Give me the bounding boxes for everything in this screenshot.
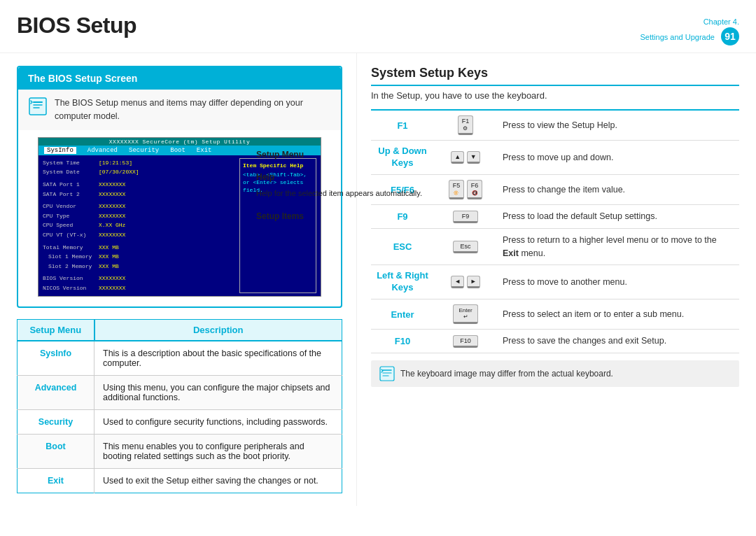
table-cell-desc: Used to configure security functions, in… [94, 409, 342, 434]
key-icon-cell: ◄ ► [434, 265, 497, 299]
key-name-cell: F10 [371, 330, 434, 353]
table-col-menu: Setup Menu [18, 319, 94, 341]
left-column: The BIOS Setup Screen The BIOS Setup men… [0, 53, 357, 505]
keys-table-row: EnterEnter↵Press to select an item or to… [371, 299, 739, 330]
key-icon-cell: F9 [434, 205, 497, 229]
table-cell-desc: This is a description about the basic sp… [94, 341, 342, 376]
f6-key-btn: F6🔇 [467, 180, 483, 199]
table-cell-desc: Using this menu, you can configure the m… [94, 375, 342, 409]
keys-table-row: F5/F6F5🔅 F6🔇Press to change the item val… [371, 175, 739, 205]
f1-key-btn: F1⚙ [458, 115, 474, 135]
keys-table: F1F1⚙Press to view the Setup Help.Up & D… [371, 109, 739, 353]
svg-rect-1 [380, 367, 394, 381]
f10-key-btn: F10 [453, 335, 478, 348]
chapter-label: Chapter 4. [704, 17, 739, 26]
key-desc-cell: Press to load the default Setup settings… [497, 205, 739, 229]
table-cell-menu: SysInfo [18, 341, 94, 376]
table-row: BootThis menu enables you to configure p… [18, 434, 342, 468]
down-key-btn: ▼ [467, 151, 480, 164]
bios-note: The BIOS Setup menus and items may diffe… [18, 90, 341, 130]
enter-key-btn: Enter↵ [453, 304, 478, 324]
keys-table-row: F9F9Press to load the default Setup sett… [371, 205, 739, 229]
note-icon [28, 97, 48, 116]
keys-table-row: Left & Right Keys◄ ►Press to move to ano… [371, 265, 739, 299]
table-row: ExitUsed to exit the Setup either saving… [18, 468, 342, 493]
bios-items-list: System Time[19:21:53] System Date[07/30/… [43, 158, 239, 293]
bottom-note-text: The keyboard image may differ from the a… [400, 369, 613, 379]
key-name-cell: ESC [371, 228, 434, 265]
chapter-info: Chapter 4. Settings and Upgrade 91 [640, 13, 739, 45]
main-content: The BIOS Setup Screen The BIOS Setup men… [0, 53, 756, 505]
key-icon-cell: F1⚙ [434, 110, 497, 141]
page-number: 91 [721, 27, 739, 45]
bottom-note-icon [379, 366, 395, 381]
bios-menu-advanced: Advanced [88, 147, 118, 154]
f9-key-btn: F9 [453, 211, 478, 223]
key-desc-cell: Press to move to another menu. [497, 265, 739, 299]
key-name-cell: Enter [371, 299, 434, 330]
key-icon-cell: Esc [434, 228, 497, 265]
system-setup-keys-title: System Setup Keys [371, 66, 739, 86]
svg-rect-0 [29, 98, 46, 115]
key-desc-cell: Press to return to a higher level menu o… [497, 228, 739, 265]
keys-table-row: Up & Down Keys▲ ▼Press to move up and do… [371, 141, 739, 175]
table-col-desc: Description [94, 319, 342, 341]
left-key-btn: ◄ [451, 276, 464, 288]
page-header: BIOS Setup Chapter 4. Settings and Upgra… [0, 0, 756, 53]
bios-menu-boot: Boot [170, 147, 186, 154]
table-cell-desc: This menu enables you to configure perip… [94, 434, 342, 468]
note-text: The BIOS Setup menus and items may diffe… [55, 97, 331, 123]
chapter-sub: Settings and Upgrade [640, 33, 715, 41]
table-cell-desc: Used to exit the Setup either saving the… [94, 468, 342, 493]
key-icon-cell: F5🔅 F6🔇 [434, 175, 497, 205]
bios-menu-sysinfo: SysInfo [44, 147, 76, 154]
table-row: AdvancedUsing this menu, you can configu… [18, 375, 342, 409]
bios-title-bar: XXXXXXXX SecureCore (tm) Setup Utility [38, 138, 321, 146]
table-cell-menu: Exit [18, 468, 94, 493]
keys-table-row: F1F1⚙Press to view the Setup Help. [371, 110, 739, 141]
setup-menu-table: Setup Menu Description SysInfoThis is a … [17, 319, 342, 493]
esc-key-btn: Esc [453, 241, 478, 253]
callout-setup-menu: Setup Menu [256, 150, 422, 160]
key-desc-cell: Press to change the item value. [497, 175, 739, 205]
key-desc-cell: Press to save the changes and exit Setup… [497, 330, 739, 353]
keys-table-row: ESCEscPress to return to a higher level … [371, 228, 739, 265]
table-cell-menu: Boot [18, 434, 94, 468]
key-name-cell: F1 [371, 110, 434, 141]
bios-setup-screen-section: The BIOS Setup Screen The BIOS Setup men… [17, 66, 342, 307]
bottom-note: The keyboard image may differ from the a… [371, 360, 739, 387]
keys-table-row: F10F10Press to save the changes and exit… [371, 330, 739, 353]
callout-help-desc: Help for the selected item appears autom… [256, 189, 422, 197]
bios-menu-exit: Exit [197, 147, 212, 154]
key-desc-cell: Press to select an item or to enter a su… [497, 299, 739, 330]
intro-text: In the Setup, you have to use the keyboa… [371, 90, 739, 101]
key-desc-cell: Press to move up and down. [497, 141, 739, 175]
table-row: SysInfoThis is a description about the b… [18, 341, 342, 376]
f5-key-btn: F5🔅 [449, 180, 465, 199]
key-icon-cell: F10 [434, 330, 497, 353]
up-key-btn: ▲ [451, 151, 464, 164]
callout-help: Help [256, 172, 422, 182]
bios-section-header: The BIOS Setup Screen [18, 67, 341, 90]
key-icon-cell: ▲ ▼ [434, 141, 497, 175]
page-title: BIOS Setup [17, 13, 136, 38]
bios-callouts: Setup Menu Help Help for the selected it… [256, 150, 422, 221]
key-name-cell: Left & Right Keys [371, 265, 434, 299]
table-cell-menu: Security [18, 409, 94, 434]
right-key-btn: ► [467, 276, 480, 288]
table-row: SecurityUsed to configure security funct… [18, 409, 342, 434]
right-column: System Setup Keys In the Setup, you have… [357, 53, 756, 505]
callout-setup-items: Setup Items [256, 211, 422, 221]
bios-mockup-container: XXXXXXXX SecureCore (tm) Setup Utility S… [28, 137, 331, 297]
bios-menu-security: Security [129, 147, 159, 154]
key-icon-cell: Enter↵ [434, 299, 497, 330]
table-cell-menu: Advanced [18, 375, 94, 409]
key-desc-cell: Press to view the Setup Help. [497, 110, 739, 141]
